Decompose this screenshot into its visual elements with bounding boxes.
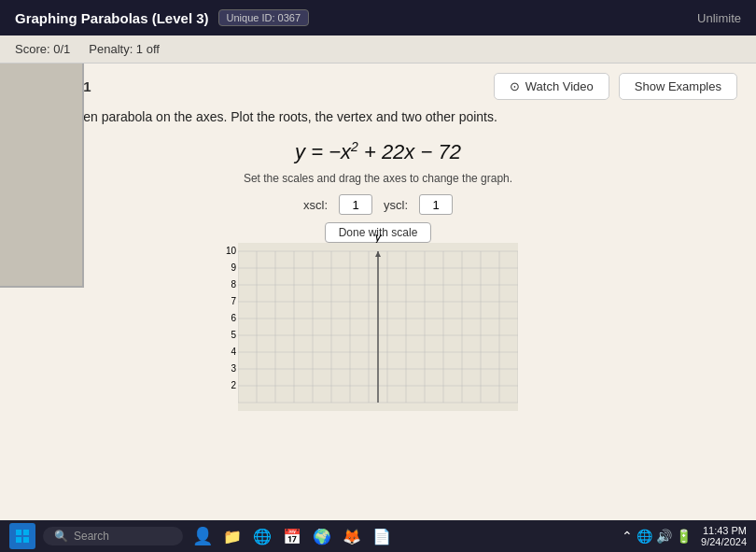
graph-container: y 10 9 8 7 6 5 4 3 2 bbox=[238, 243, 518, 411]
yscl-label: yscl: bbox=[384, 198, 408, 212]
xscl-input[interactable] bbox=[339, 194, 372, 215]
y-axis-label: y bbox=[375, 230, 382, 244]
score-label: Score: 0/1 bbox=[15, 42, 70, 56]
folder-tabs bbox=[0, 64, 84, 288]
user-icon: 👤 bbox=[190, 524, 215, 548]
time-display: 11:43 PM bbox=[701, 525, 747, 536]
play-circle-icon: ⊙ bbox=[510, 79, 520, 93]
header-buttons: ⊙ Watch Video Show Examples bbox=[494, 73, 737, 100]
graph-wrapper: y 10 9 8 7 6 5 4 3 2 bbox=[0, 243, 756, 520]
taskbar-search-bar[interactable]: 🔍 Search bbox=[43, 527, 183, 545]
xscl-label: xscl: bbox=[303, 198, 328, 212]
unlimited-label: Unlimite bbox=[697, 11, 741, 25]
yscl-input[interactable] bbox=[419, 194, 453, 215]
watch-video-button[interactable]: ⊙ Watch Video bbox=[494, 73, 609, 100]
svg-rect-29 bbox=[23, 530, 29, 535]
show-examples-button[interactable]: Show Examples bbox=[619, 73, 737, 100]
graph-svg bbox=[238, 243, 518, 411]
equation-display: y = −x2 + 22x − 72 bbox=[0, 130, 756, 170]
taskbar-left: 🔍 Search 👤 📁 🌐 📅 🌍 🦊 📄 bbox=[9, 523, 394, 549]
penalty-label: Penalty: 1 off bbox=[89, 42, 160, 56]
top-bar-left: Graphing Parabolas (Level 3) Unique ID: … bbox=[15, 9, 309, 26]
taskbar-calendar-icon[interactable]: 📅 bbox=[280, 524, 304, 548]
windows-icon bbox=[15, 529, 30, 544]
score-bar: Score: 0/1 Penalty: 1 off bbox=[0, 35, 756, 64]
svg-rect-31 bbox=[23, 537, 29, 543]
taskbar-browser-icon[interactable]: 🌐 bbox=[250, 524, 274, 548]
date-display: 9/24/2024 bbox=[701, 536, 747, 547]
start-button[interactable] bbox=[9, 523, 35, 549]
search-icon: 🔍 bbox=[54, 530, 68, 543]
taskbar: 🔍 Search 👤 📁 🌐 📅 🌍 🦊 📄 bbox=[0, 520, 756, 552]
taskbar-folder-icon[interactable]: 📁 bbox=[220, 524, 245, 548]
y-axis-numbers: 10 9 8 7 6 5 4 3 2 bbox=[219, 243, 236, 394]
unique-id-badge: Unique ID: 0367 bbox=[218, 9, 310, 26]
svg-rect-28 bbox=[16, 530, 21, 535]
taskbar-app2-icon[interactable]: 🦊 bbox=[340, 524, 364, 548]
instruction-text: Set the scales and drag the axes to chan… bbox=[0, 170, 756, 191]
question-header: Question 1 ⊙ Watch Video Show Examples bbox=[0, 64, 756, 106]
page-title: Graphing Parabolas (Level 3) bbox=[15, 10, 209, 26]
svg-marker-27 bbox=[375, 251, 381, 257]
graph-area[interactable] bbox=[238, 243, 518, 411]
clock-display: 11:43 PM 9/24/2024 bbox=[701, 525, 747, 547]
top-bar: Graphing Parabolas (Level 3) Unique ID: … bbox=[0, 0, 756, 35]
taskbar-right: ⌃ 🌐 🔊 🔋 11:43 PM 9/24/2024 bbox=[622, 525, 747, 547]
svg-rect-30 bbox=[16, 537, 21, 543]
main-content: Question 1 ⊙ Watch Video Show Examples P… bbox=[0, 64, 756, 520]
problem-text: Plot the given parabola on the axes. Plo… bbox=[0, 106, 756, 130]
system-tray-icons: ⌃ 🌐 🔊 🔋 bbox=[622, 529, 692, 544]
scale-row: xscl: yscl: bbox=[0, 191, 756, 219]
taskbar-app3-icon[interactable]: 📄 bbox=[370, 524, 394, 548]
taskbar-icons: 👤 📁 🌐 📅 🌍 🦊 📄 bbox=[190, 524, 394, 548]
taskbar-app1-icon[interactable]: 🌍 bbox=[310, 524, 334, 548]
